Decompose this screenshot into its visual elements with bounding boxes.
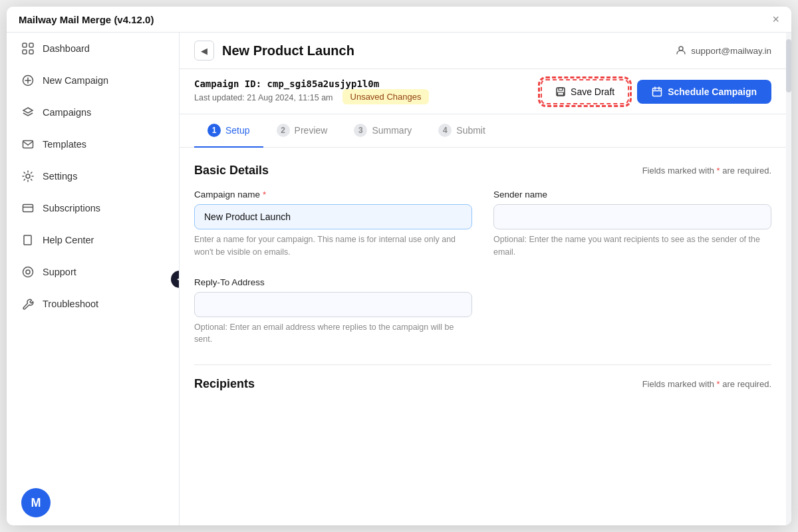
save-icon	[555, 86, 566, 97]
campaign-updated: Last updated: 21 Aug 2024, 11:15 am	[194, 93, 333, 102]
basic-details-title: Basic Details	[194, 164, 269, 178]
basic-details-form: Campaign name * Enter a name for your ca…	[194, 190, 771, 346]
app-title: Mailway Mail Merge (v4.12.0)	[19, 14, 154, 25]
tab-num-2: 2	[277, 124, 290, 137]
tabs-bar: 1 Setup 2 Preview 3 Summary 4 Submit	[180, 114, 786, 148]
form-area: Basic Details Fields marked with * are r…	[180, 148, 786, 525]
sidebar-label-troubleshoot: Troubleshoot	[43, 299, 98, 309]
tab-submit[interactable]: 4 Submit	[425, 114, 499, 148]
main-area: Dashboard New Campaign	[7, 33, 791, 525]
svg-rect-3	[29, 50, 33, 54]
svg-rect-8	[23, 141, 33, 148]
book-icon	[21, 233, 35, 247]
svg-rect-10	[23, 205, 33, 212]
sidebar-item-settings[interactable]: Settings	[7, 160, 179, 192]
save-draft-label: Save Draft	[571, 86, 614, 97]
sender-name-field: Sender name Optional: Enter the name you…	[493, 190, 771, 259]
sidebar-item-templates[interactable]: Templates	[7, 128, 179, 160]
user-info: support@mailway.in	[676, 45, 771, 56]
tab-setup[interactable]: 1 Setup	[194, 114, 263, 148]
sidebar-label-templates: Templates	[43, 139, 86, 150]
recipients-required-note: Fields marked with * are required.	[642, 379, 771, 389]
recipients-title: Recipients	[194, 377, 255, 391]
user-icon	[676, 45, 686, 56]
tool-icon	[21, 297, 35, 311]
scrollbar-thumb[interactable]	[786, 39, 791, 92]
reply-to-input[interactable]	[194, 292, 472, 317]
tab-num-3: 3	[354, 124, 367, 137]
recipients-required-star: *	[717, 379, 720, 389]
campaign-info-left: Campaign ID: cmp_sgi85a2usjyp1l0m Last u…	[194, 78, 429, 104]
sidebar-item-subscriptions[interactable]: Subscriptions	[7, 192, 179, 224]
svg-point-9	[26, 174, 30, 178]
svg-rect-18	[558, 92, 564, 95]
reply-to-field: Reply-To Address Optional: Enter an emai…	[194, 277, 472, 346]
unsaved-badge: Unsaved Changes	[342, 89, 430, 104]
tab-num-1: 1	[207, 124, 221, 137]
page-title: New Product Launch	[222, 43, 354, 59]
required-star: *	[717, 166, 720, 176]
sidebar-label-new-campaign: New Campaign	[43, 75, 108, 86]
tab-label-submit: Submit	[456, 125, 485, 136]
sidebar-label-campaigns: Campaigns	[43, 107, 91, 118]
basic-details-required-note: Fields marked with * are required.	[642, 166, 771, 176]
schedule-campaign-button[interactable]: Schedule Campaign	[637, 80, 771, 104]
sidebar-item-dashboard[interactable]: Dashboard	[7, 33, 179, 65]
svg-marker-7	[23, 108, 33, 113]
svg-rect-1	[29, 43, 33, 47]
sender-name-input[interactable]	[493, 204, 771, 229]
header-left: ◀ New Product Launch	[194, 41, 354, 61]
plus-circle-icon	[21, 74, 35, 87]
recipients-header: Recipients Fields marked with * are requ…	[194, 377, 771, 391]
reply-to-hint: Optional: Enter an email address where r…	[194, 321, 472, 346]
campaign-info-bar: Campaign ID: cmp_sgi85a2usjyp1l0m Last u…	[180, 69, 786, 114]
tab-label-preview: Preview	[295, 125, 328, 136]
campaign-name-input[interactable]	[194, 204, 472, 229]
sidebar-item-campaigns[interactable]: Campaigns	[7, 96, 179, 128]
close-button[interactable]: ×	[772, 13, 779, 25]
tab-label-summary: Summary	[372, 125, 412, 136]
campaign-name-required: *	[263, 190, 266, 200]
sidebar: Dashboard New Campaign	[7, 33, 180, 525]
sidebar-item-help-center[interactable]: Help Center	[7, 224, 179, 256]
campaign-id: Campaign ID: cmp_sgi85a2usjyp1l0m	[194, 78, 429, 89]
svg-rect-19	[653, 88, 662, 96]
campaign-name-field: Campaign name * Enter a name for your ca…	[194, 190, 472, 259]
sidebar-item-support[interactable]: Support	[7, 256, 179, 288]
sidebar-label-settings: Settings	[43, 171, 77, 182]
grid-icon	[21, 42, 35, 55]
svg-point-13	[23, 267, 33, 277]
back-button[interactable]: ◀	[194, 41, 214, 61]
tab-num-4: 4	[438, 124, 452, 137]
section-divider	[194, 364, 771, 365]
title-bar: Mailway Mail Merge (v4.12.0) ×	[7, 7, 791, 33]
reply-to-label: Reply-To Address	[194, 277, 472, 287]
svg-point-15	[679, 47, 683, 51]
app-window: Mailway Mail Merge (v4.12.0) × Dashboard	[7, 7, 791, 525]
card-icon	[21, 201, 35, 215]
user-email: support@mailway.in	[691, 46, 771, 56]
sidebar-label-subscriptions: Subscriptions	[43, 203, 100, 213]
content-header: ◀ New Product Launch support@mailway.in	[180, 33, 786, 69]
sender-name-label: Sender name	[493, 190, 771, 200]
sidebar-label-support: Support	[43, 267, 76, 277]
tab-preview[interactable]: 2 Preview	[263, 114, 341, 148]
calendar-icon	[652, 86, 662, 97]
support-icon	[21, 265, 35, 279]
tab-summary[interactable]: 3 Summary	[340, 114, 425, 148]
campaign-name-hint: Enter a name for your campaign. This nam…	[194, 233, 472, 259]
user-avatar: M	[21, 488, 51, 517]
sidebar-item-troubleshoot[interactable]: Troubleshoot	[7, 288, 179, 320]
campaign-info-right: Save Draft Schedule Campaign	[541, 79, 771, 104]
layers-icon	[21, 106, 35, 119]
gear-icon	[21, 170, 35, 183]
sidebar-item-new-campaign[interactable]: New Campaign	[7, 65, 179, 96]
scrollbar-track	[786, 33, 791, 525]
save-draft-button[interactable]: Save Draft	[541, 79, 629, 104]
sidebar-label-help-center: Help Center	[43, 235, 94, 245]
svg-rect-0	[23, 43, 27, 47]
sidebar-label-dashboard: Dashboard	[43, 43, 90, 54]
mail-icon	[21, 138, 35, 151]
tab-label-setup: Setup	[225, 125, 250, 136]
sender-name-hint: Optional: Enter the name you want recipi…	[493, 233, 771, 259]
